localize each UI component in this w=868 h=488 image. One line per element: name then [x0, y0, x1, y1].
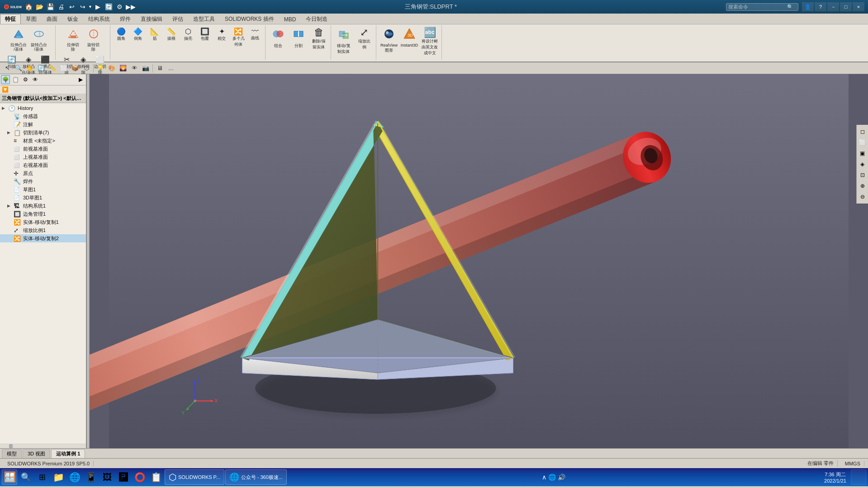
vp-light-btn[interactable]: 💡	[95, 63, 106, 73]
extrude-cut-btn[interactable]: 拉伸切除	[63, 26, 83, 53]
scale-btn[interactable]: ⤢ 缩放比例	[354, 26, 374, 56]
chinese-btn[interactable]: 🔤 将设计树由英文改成中文	[420, 26, 440, 57]
tree-property-icon[interactable]: 📋	[11, 75, 20, 84]
tree-item-sensor[interactable]: 📡 传感器	[0, 112, 86, 120]
revolve-cut-btn[interactable]: 旋转切除	[84, 26, 104, 53]
tree-item-history[interactable]: ▶ 🕐 History	[0, 104, 86, 112]
tab-structure[interactable]: 结构系统	[83, 14, 115, 24]
tree-hscroll[interactable]	[0, 444, 86, 448]
tree-content[interactable]: ▶ 🕐 History 📡 传感器 📝 注解 ▶ 📋 切割清单(7)	[0, 103, 86, 444]
taskbar-photos-btn[interactable]: 🖼	[100, 469, 115, 485]
vp-camera-btn[interactable]: 📷	[140, 63, 151, 73]
tab-surface[interactable]: 曲面	[42, 14, 62, 24]
view-iso-btn[interactable]: ◈	[858, 159, 868, 169]
vp-3dbox-btn[interactable]: 📦	[70, 63, 81, 73]
vp-appearance-btn[interactable]: 🎨	[106, 63, 117, 73]
taskbar-solidworks-app[interactable]: ⬡ SOLIDWORKS P...	[165, 469, 224, 485]
vp-arrow-btn[interactable]: ↖	[2, 63, 13, 73]
rib-btn[interactable]: 📐 筋	[147, 26, 163, 48]
tab-sketch[interactable]: 草图	[21, 14, 42, 24]
view-top-btn[interactable]: ◻	[858, 127, 868, 137]
tab-mold[interactable]: 造型工具	[188, 14, 220, 24]
tree-item-movecopy2[interactable]: 🔀 实体-移动/复制2	[0, 234, 86, 242]
tree-item-weldment[interactable]: 🔧 焊件	[0, 177, 86, 185]
save-btn[interactable]: 💾	[45, 2, 55, 12]
tree-item-origin[interactable]: ✛ 原点	[0, 169, 86, 177]
taskbar-ps-btn[interactable]: 🅿	[116, 469, 131, 485]
tray-network-icon[interactable]: 🌐	[548, 474, 556, 481]
tree-item-3dsketch1[interactable]: 📄 3D草图1	[0, 194, 86, 202]
help-btn[interactable]: ?	[815, 2, 826, 11]
tree-item-material[interactable]: ≡ 材质 <未指定>	[0, 137, 86, 145]
extrude-boss-btn[interactable]: 拉伸凸台/基体	[9, 26, 28, 53]
taskbar-clip-btn[interactable]: 📋	[148, 469, 164, 485]
search-box[interactable]: 🔍	[726, 3, 798, 11]
vp-select-box-btn[interactable]: ⬜	[58, 63, 69, 73]
tree-item-corner1[interactable]: 🔲 边角管理1	[0, 210, 86, 218]
tab-model[interactable]: 模型	[2, 449, 22, 458]
vp-section-btn[interactable]: ⬡	[81, 63, 92, 73]
view-zoom-out-btn[interactable]: ⊖	[858, 192, 868, 202]
move-copy-btn[interactable]: ⟶ 移动/复制实体	[334, 26, 354, 56]
vp-more-btn[interactable]: …	[166, 63, 176, 73]
system-clock[interactable]: 7:36 周二 2022/1/21	[821, 471, 850, 483]
more-btn[interactable]: ▶▶	[126, 2, 136, 12]
user-icon[interactable]: 👤	[802, 2, 814, 11]
taskbar-files-btn[interactable]: 📁	[51, 469, 66, 485]
viewport[interactable]: Z X Y ◻ ⬜ ▣ ◈ ⊡ ⊕ ⊖	[90, 74, 868, 448]
tab-mbd[interactable]: MBD	[279, 14, 301, 24]
delete-body-btn[interactable]: 🗑 删除/保留实体	[309, 26, 329, 52]
split-btn[interactable]: 分割	[289, 26, 308, 52]
view-zoom-fit-btn[interactable]: ⊡	[858, 170, 868, 180]
wrap-btn[interactable]: 🔲 包覆	[197, 26, 213, 48]
redo-btn[interactable]: ↪	[78, 2, 88, 12]
vp-pan-btn[interactable]: ✋	[24, 63, 35, 73]
tree-item-annotations[interactable]: 📝 注解	[0, 120, 86, 128]
undo-btn[interactable]: ↩	[67, 2, 77, 12]
realview-btn[interactable]: RealView图形	[379, 26, 399, 57]
close-btn[interactable]: ×	[853, 2, 864, 11]
tree-item-scale1[interactable]: ⤢ 缩放比例1	[0, 226, 86, 234]
taskbar-search-btn[interactable]: 🔍	[18, 469, 33, 485]
intersect-btn[interactable]: ✦ 相交	[213, 26, 230, 48]
tab-sheetmetal[interactable]: 钣金	[62, 14, 83, 24]
tab-evaluate[interactable]: 评估	[167, 14, 188, 24]
view-right-btn[interactable]: ▣	[858, 148, 868, 158]
new-btn[interactable]: 🏠	[24, 2, 33, 12]
tab-directedit[interactable]: 直接编辑	[136, 14, 167, 24]
vp-scene-btn[interactable]: 🌄	[118, 63, 128, 73]
print-btn[interactable]: 🖨	[56, 2, 66, 12]
tree-item-cutlist[interactable]: ▶ 📋 切割清单(7)	[0, 128, 86, 137]
tree-item-right[interactable]: ⬜ 右视基准面	[0, 161, 86, 169]
combo-btn[interactable]: 🔀 多个几何体	[230, 26, 247, 48]
vp-zoom-btn[interactable]: 🔍	[13, 63, 24, 73]
fillet-btn[interactable]: 🔵 圆角	[113, 26, 129, 48]
combine-btn[interactable]: 组合	[268, 26, 288, 52]
options-btn[interactable]: ⚙	[115, 2, 125, 12]
tree-item-sketch1[interactable]: 📄 草图1	[0, 185, 86, 194]
select-btn[interactable]: ▶	[93, 2, 103, 12]
vp-measure-btn[interactable]: 📏	[47, 63, 58, 73]
tree-item-movecopy1[interactable]: 🔀 实体-移动/复制1	[0, 218, 86, 226]
vp-view-btn[interactable]: 👁	[129, 63, 140, 73]
tray-up-icon[interactable]: ∧	[542, 474, 546, 481]
taskbar-obs-btn[interactable]: ⭕	[132, 469, 147, 485]
vp-display-btn[interactable]: 🖥	[154, 63, 165, 73]
taskview-btn[interactable]: ⊞	[34, 469, 50, 485]
redo-dropdown[interactable]: ▼	[88, 5, 92, 9]
open-btn[interactable]: 📂	[34, 2, 44, 12]
tree-item-front[interactable]: ⬜ 前视基准面	[0, 145, 86, 153]
tree-item-top[interactable]: ⬜ 上视基准面	[0, 153, 86, 161]
vp-rotate-btn[interactable]: 🔄	[36, 63, 47, 73]
search-input[interactable]	[728, 4, 787, 9]
tab-3dview[interactable]: 3D 视图	[23, 449, 50, 458]
tree-feature-icon[interactable]: 🌳	[1, 75, 10, 84]
restore-btn[interactable]: □	[840, 2, 852, 11]
taskbar-browser-app[interactable]: 🌐 公众号 - 360极速...	[225, 469, 287, 485]
show-desktop-btn[interactable]	[851, 469, 866, 485]
revolve-boss-btn[interactable]: 旋转凸台/基体	[29, 26, 49, 53]
tab-feature[interactable]: 特征	[0, 14, 21, 24]
tree-expand-btn[interactable]: ▶	[76, 75, 85, 84]
taskbar-ie-btn[interactable]: 🌐	[67, 469, 82, 485]
view-front-btn[interactable]: ⬜	[858, 137, 868, 147]
